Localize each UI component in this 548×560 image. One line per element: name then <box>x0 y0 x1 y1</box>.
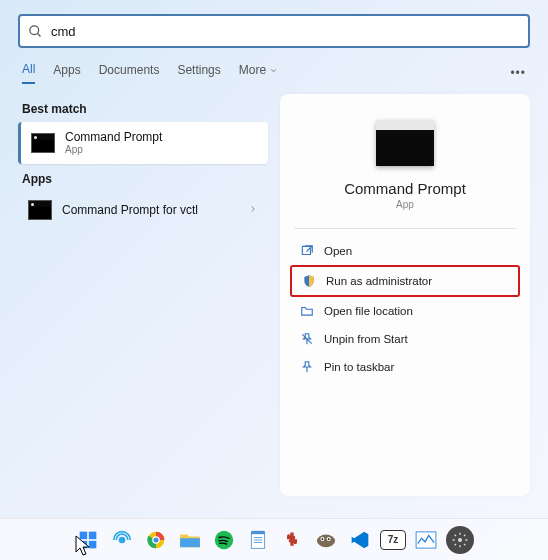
chevron-down-icon <box>269 66 278 75</box>
taskbar-app-puzzle-icon[interactable] <box>278 526 306 554</box>
unpin-icon <box>300 332 314 346</box>
taskbar: 7z <box>0 518 548 560</box>
result-title: Command Prompt <box>65 130 162 144</box>
taskbar-app-podcast-icon[interactable] <box>108 526 136 554</box>
svg-rect-2 <box>302 246 310 254</box>
result-command-prompt[interactable]: Command Prompt App <box>18 122 268 164</box>
svg-rect-10 <box>89 540 97 548</box>
svg-rect-9 <box>80 540 88 548</box>
preview-pane: Command Prompt App Open Run as administr… <box>280 94 530 496</box>
action-pin-to-taskbar[interactable]: Pin to taskbar <box>290 353 520 381</box>
filter-tabs: All Apps Documents Settings More ••• <box>18 62 530 84</box>
section-best-match: Best match <box>22 102 264 116</box>
action-unpin-from-start[interactable]: Unpin from Start <box>290 325 520 353</box>
svg-rect-18 <box>251 530 264 533</box>
shield-icon <box>302 274 316 288</box>
tab-documents[interactable]: Documents <box>99 63 160 83</box>
taskbar-app-notepad-icon[interactable] <box>244 526 272 554</box>
tab-all[interactable]: All <box>22 62 35 84</box>
action-run-as-administrator[interactable]: Run as administrator <box>290 265 520 297</box>
action-open-file-location[interactable]: Open file location <box>290 297 520 325</box>
preview-subtitle: App <box>290 199 520 210</box>
result-subtitle: App <box>65 144 162 156</box>
search-bar[interactable] <box>18 14 530 48</box>
chevron-right-icon <box>248 203 258 217</box>
svg-point-11 <box>120 537 125 542</box>
divider <box>294 228 516 229</box>
action-label: Run as administrator <box>326 275 432 287</box>
start-button[interactable] <box>74 526 102 554</box>
tab-more[interactable]: More <box>239 63 278 83</box>
action-label: Unpin from Start <box>324 333 408 345</box>
svg-rect-8 <box>89 531 97 539</box>
svg-point-22 <box>317 534 335 547</box>
pin-icon <box>300 360 314 374</box>
tab-settings[interactable]: Settings <box>177 63 220 83</box>
taskbar-app-chrome-icon[interactable] <box>142 526 170 554</box>
taskbar-app-spotify-icon[interactable] <box>210 526 238 554</box>
taskbar-app-vscode-icon[interactable] <box>346 526 374 554</box>
taskbar-app-monitor-icon[interactable] <box>412 526 440 554</box>
command-prompt-icon <box>28 200 52 220</box>
preview-app-icon <box>376 120 434 166</box>
folder-icon <box>300 304 314 318</box>
taskbar-app-settings-icon[interactable] <box>446 526 474 554</box>
search-input[interactable] <box>51 24 520 39</box>
action-label: Pin to taskbar <box>324 361 394 373</box>
taskbar-app-explorer-icon[interactable] <box>176 526 204 554</box>
overflow-menu[interactable]: ••• <box>510 66 526 80</box>
open-icon <box>300 244 314 258</box>
section-apps: Apps <box>22 172 264 186</box>
svg-point-25 <box>322 538 324 540</box>
svg-point-14 <box>154 537 159 542</box>
action-label: Open <box>324 245 352 257</box>
start-search-panel: All Apps Documents Settings More ••• Bes… <box>6 4 542 508</box>
taskbar-app-7zip-icon[interactable]: 7z <box>380 530 406 550</box>
preview-title: Command Prompt <box>290 180 520 197</box>
action-label: Open file location <box>324 305 413 317</box>
svg-point-28 <box>458 538 462 542</box>
action-open[interactable]: Open <box>290 237 520 265</box>
result-title: Command Prompt for vctl <box>62 203 198 217</box>
results-column: Best match Command Prompt App Apps Comma… <box>18 94 268 496</box>
svg-point-26 <box>328 538 330 540</box>
svg-rect-15 <box>180 538 200 547</box>
svg-rect-7 <box>80 531 88 539</box>
svg-line-1 <box>37 33 40 36</box>
svg-point-0 <box>30 25 39 34</box>
command-prompt-icon <box>31 133 55 153</box>
result-command-prompt-vctl[interactable]: Command Prompt for vctl <box>18 192 268 228</box>
tab-apps[interactable]: Apps <box>53 63 80 83</box>
search-icon <box>28 24 43 39</box>
tab-more-label: More <box>239 63 266 77</box>
taskbar-app-gimp-icon[interactable] <box>312 526 340 554</box>
